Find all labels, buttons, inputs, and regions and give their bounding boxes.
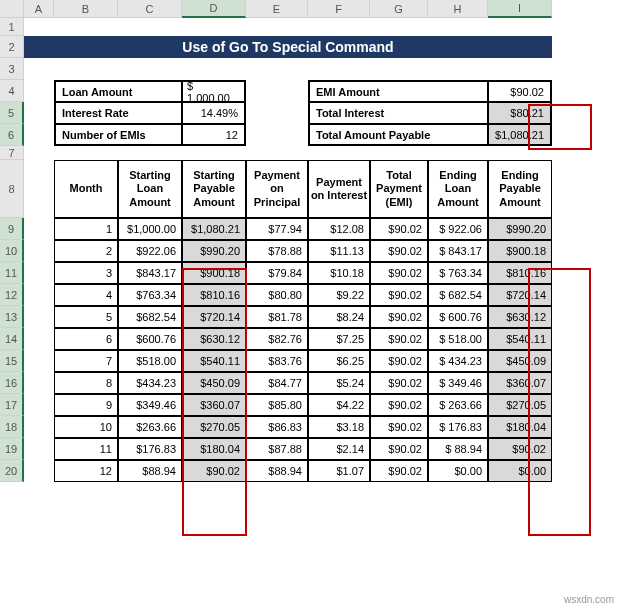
table-cell[interactable]: $90.02	[370, 240, 428, 262]
cell[interactable]	[24, 416, 54, 438]
table-cell[interactable]: $ 434.23	[428, 350, 488, 372]
table-cell[interactable]: $180.04	[182, 438, 246, 460]
total-payable-value[interactable]: $1,080.21	[488, 124, 552, 146]
table-cell[interactable]: $ 176.83	[428, 416, 488, 438]
table-cell[interactable]: $11.13	[308, 240, 370, 262]
row-header[interactable]: 3	[0, 58, 24, 80]
table-cell[interactable]: $90.02	[370, 350, 428, 372]
row-header[interactable]: 15	[0, 350, 24, 372]
table-cell[interactable]: 1	[54, 218, 118, 240]
table-cell[interactable]: $79.84	[246, 262, 308, 284]
row-header[interactable]: 20	[0, 460, 24, 482]
num-emis-value[interactable]: 12	[182, 124, 246, 146]
table-cell[interactable]: $600.76	[118, 328, 182, 350]
col-header-d[interactable]: D	[182, 0, 246, 18]
col-header-g[interactable]: G	[370, 0, 428, 18]
cell[interactable]	[24, 460, 54, 482]
table-cell[interactable]: $ 88.94	[428, 438, 488, 460]
table-cell[interactable]: 9	[54, 394, 118, 416]
cell[interactable]	[24, 58, 552, 80]
table-cell[interactable]: $90.02	[370, 372, 428, 394]
table-cell[interactable]: $450.09	[182, 372, 246, 394]
cell[interactable]	[24, 394, 54, 416]
cell[interactable]	[24, 284, 54, 306]
row-header[interactable]: 2	[0, 36, 24, 58]
table-cell[interactable]: $90.02	[370, 306, 428, 328]
table-cell[interactable]: $12.08	[308, 218, 370, 240]
cell[interactable]	[24, 350, 54, 372]
table-cell[interactable]: $87.88	[246, 438, 308, 460]
table-cell[interactable]: $810.16	[182, 284, 246, 306]
cell[interactable]	[246, 80, 308, 102]
select-all-corner[interactable]	[0, 0, 24, 18]
table-cell[interactable]: $180.04	[488, 416, 552, 438]
table-cell[interactable]: $0.00	[428, 460, 488, 482]
cell[interactable]	[24, 102, 54, 124]
interest-rate-value[interactable]: 14.49%	[182, 102, 246, 124]
table-cell[interactable]: $900.18	[182, 262, 246, 284]
row-header[interactable]: 7	[0, 146, 24, 160]
row-header[interactable]: 9	[0, 218, 24, 240]
table-cell[interactable]: $518.00	[118, 350, 182, 372]
col-header-a[interactable]: A	[24, 0, 54, 18]
row-header[interactable]: 13	[0, 306, 24, 328]
cell[interactable]	[24, 160, 54, 218]
table-cell[interactable]: $8.24	[308, 306, 370, 328]
table-cell[interactable]: 2	[54, 240, 118, 262]
table-cell[interactable]: $78.88	[246, 240, 308, 262]
cell[interactable]	[24, 372, 54, 394]
table-cell[interactable]: $81.78	[246, 306, 308, 328]
table-cell[interactable]: $90.02	[370, 328, 428, 350]
table-cell[interactable]: $90.02	[370, 416, 428, 438]
table-cell[interactable]: $80.80	[246, 284, 308, 306]
table-cell[interactable]: $88.94	[118, 460, 182, 482]
table-cell[interactable]: $77.94	[246, 218, 308, 240]
table-cell[interactable]: $540.11	[488, 328, 552, 350]
table-cell[interactable]: $90.02	[370, 394, 428, 416]
table-cell[interactable]: $434.23	[118, 372, 182, 394]
cell[interactable]	[24, 240, 54, 262]
table-cell[interactable]: $ 922.06	[428, 218, 488, 240]
table-cell[interactable]: 5	[54, 306, 118, 328]
table-cell[interactable]: $2.14	[308, 438, 370, 460]
cell[interactable]	[24, 262, 54, 284]
table-cell[interactable]: $ 843.17	[428, 240, 488, 262]
table-cell[interactable]: $10.18	[308, 262, 370, 284]
row-header[interactable]: 17	[0, 394, 24, 416]
table-cell[interactable]: $682.54	[118, 306, 182, 328]
row-header[interactable]: 1	[0, 18, 24, 36]
table-cell[interactable]: $540.11	[182, 350, 246, 372]
table-cell[interactable]: $ 682.54	[428, 284, 488, 306]
row-header[interactable]: 14	[0, 328, 24, 350]
table-cell[interactable]: $270.05	[488, 394, 552, 416]
row-header[interactable]: 19	[0, 438, 24, 460]
table-cell[interactable]: $82.76	[246, 328, 308, 350]
cell[interactable]	[24, 124, 54, 146]
table-cell[interactable]: $720.14	[488, 284, 552, 306]
table-cell[interactable]: 12	[54, 460, 118, 482]
table-cell[interactable]: $1.07	[308, 460, 370, 482]
table-cell[interactable]: $360.07	[488, 372, 552, 394]
table-cell[interactable]: 11	[54, 438, 118, 460]
table-cell[interactable]: 4	[54, 284, 118, 306]
table-cell[interactable]: $630.12	[488, 306, 552, 328]
cell[interactable]	[24, 18, 552, 36]
cell[interactable]	[246, 124, 308, 146]
table-cell[interactable]: 6	[54, 328, 118, 350]
table-cell[interactable]: $810.16	[488, 262, 552, 284]
row-header[interactable]: 5	[0, 102, 24, 124]
table-cell[interactable]: $86.83	[246, 416, 308, 438]
table-cell[interactable]: $ 763.34	[428, 262, 488, 284]
cell[interactable]	[24, 218, 54, 240]
col-header-c[interactable]: C	[118, 0, 182, 18]
table-cell[interactable]: $990.20	[488, 218, 552, 240]
table-cell[interactable]: $85.80	[246, 394, 308, 416]
table-cell[interactable]: $6.25	[308, 350, 370, 372]
table-cell[interactable]: $922.06	[118, 240, 182, 262]
table-cell[interactable]: $990.20	[182, 240, 246, 262]
cell[interactable]	[246, 102, 308, 124]
table-cell[interactable]: $4.22	[308, 394, 370, 416]
col-header-e[interactable]: E	[246, 0, 308, 18]
col-header-i[interactable]: I	[488, 0, 552, 18]
col-header-b[interactable]: B	[54, 0, 118, 18]
